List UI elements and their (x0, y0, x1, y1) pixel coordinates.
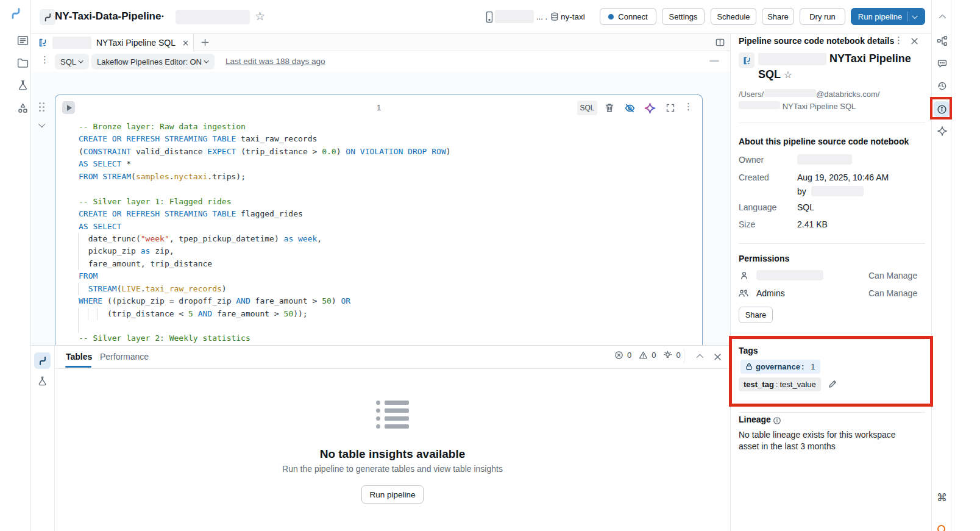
assistant-tab-sparkle-icon[interactable] (936, 125, 948, 137)
code-line[interactable]: FROM (79, 270, 696, 282)
tag-governance-chip[interactable]: governance : 1 (740, 360, 820, 374)
created-label: Created (739, 173, 769, 182)
cell-kebab-menu[interactable]: ⋮ (684, 102, 693, 112)
dry-run-button[interactable]: Dry run (800, 8, 845, 25)
settings-button[interactable]: Settings (662, 8, 705, 25)
code-line[interactable]: pickup_zip as zip, (79, 245, 696, 257)
experiments-flask-icon[interactable] (16, 79, 29, 92)
size-value: 2.41 KB (797, 219, 828, 229)
code-line[interactable]: fare_amount, trip_distance (79, 258, 696, 270)
tab-close-icon[interactable] (182, 39, 190, 47)
page-title[interactable]: NY-Taxi-Data-Pipeline· (55, 10, 165, 23)
code-line[interactable] (79, 183, 696, 195)
last-edit-link[interactable]: Last edit was 188 days ago (225, 57, 325, 66)
tab-notebook-active[interactable]: NYTaxi Pipeline SQL (30, 34, 194, 52)
share-permissions-button[interactable]: Share (739, 307, 773, 323)
cell-language-badge[interactable]: SQL (577, 101, 597, 115)
connect-button[interactable]: Connect (600, 8, 656, 25)
folder-icon[interactable] (16, 57, 29, 69)
details-info-tab-active[interactable] (934, 101, 950, 117)
schedule-button[interactable]: Schedule (711, 8, 756, 25)
code-line[interactable]: (trip_distance < 5 AND fare_amount > 50)… (79, 308, 696, 320)
code-line[interactable]: WHERE ((pickup_zip = dropoff_zip AND far… (79, 295, 696, 307)
notebook-kebab-menu[interactable]: ⋮ (40, 55, 49, 65)
compute-icon[interactable] (485, 11, 494, 23)
catalog-name[interactable]: ny-taxi (561, 12, 585, 21)
details-close-icon[interactable] (910, 37, 918, 45)
version-history-icon[interactable] (936, 80, 948, 91)
created-by-label: by (797, 187, 806, 196)
editor-mode-select[interactable]: Lakeflow Pipelines Editor: ON (91, 54, 215, 69)
code-line[interactable] (79, 320, 696, 332)
details-notebook-icon (739, 52, 755, 68)
run-pipeline-dropdown-icon[interactable] (912, 13, 918, 19)
warning-count-icon (639, 351, 648, 360)
code-line[interactable]: AS SELECT (79, 221, 696, 233)
editor-scrollbar-thumb[interactable] (709, 60, 719, 62)
collapse-rail-chevron-icon[interactable] (937, 13, 946, 21)
tab-tables[interactable]: Tables (66, 352, 92, 362)
close-panel-icon[interactable] (713, 352, 722, 361)
lineage-info-icon[interactable] (772, 416, 781, 425)
suggestion-count: 0 (676, 351, 680, 360)
tag-test-chip[interactable]: test_tag : test_value (739, 377, 821, 391)
assistant-sparkle-icon[interactable] (644, 102, 656, 114)
cell-drag-handle[interactable] (39, 102, 47, 113)
assets-shapes-icon[interactable] (16, 102, 29, 115)
expand-cell-icon[interactable] (665, 102, 676, 113)
cell-language-select[interactable]: SQL (55, 54, 89, 69)
details-kebab-menu[interactable]: ⋮ (894, 36, 903, 45)
code-line[interactable]: CREATE OR REFRESH STREAMING TABLE taxi_r… (79, 133, 696, 145)
share-button-top[interactable]: Share (762, 8, 794, 25)
tab-label: NYTaxi Pipeline SQL (96, 38, 176, 48)
panel-flask-icon[interactable] (36, 375, 49, 388)
collapse-panel-chevron-icon[interactable] (695, 353, 703, 360)
comments-icon[interactable] (936, 57, 948, 69)
code-line[interactable]: -- Silver layer 2: Weekly statistics (79, 332, 696, 344)
redacted-created-by (811, 186, 864, 196)
run-pipeline-empty-button[interactable]: Run pipeline (361, 485, 424, 504)
error-count: 0 (627, 351, 631, 360)
run-pipeline-button[interactable]: Run pipeline (851, 8, 925, 25)
code-line[interactable]: (CONSTRAINT valid_distance EXPECT (trip_… (79, 146, 696, 158)
help-orange-icon[interactable] (937, 525, 945, 531)
permission-role-2: Can Manage (868, 288, 917, 298)
cell-language-value: SQL (60, 57, 76, 66)
code-line[interactable]: date_trunc("week", tpep_pickup_datetime)… (79, 233, 696, 245)
catalog-database-icon (550, 12, 559, 21)
permissions-heading: Permissions (739, 254, 789, 263)
new-tab-button[interactable] (200, 37, 210, 48)
tag1-separator: : (801, 362, 804, 371)
redacted-owner-value (797, 154, 852, 165)
group-icon (737, 288, 749, 298)
diagnostics-counters[interactable]: 0 0 0 (614, 351, 681, 360)
error-count-icon (614, 351, 623, 360)
lineage-graph-icon[interactable] (936, 35, 948, 46)
split-view-icon[interactable] (714, 37, 725, 48)
code-line[interactable]: FROM STREAM(samples.nyctaxi.trips); (79, 171, 696, 183)
connect-label: Connect (618, 12, 647, 21)
code-line[interactable]: -- Silver layer 1: Flagged rides (79, 196, 696, 208)
code-line[interactable]: AS SELECT * (79, 158, 696, 170)
path-tail: NYTaxi Pipeline SQL (783, 102, 856, 111)
panel-pipeline-tab-active[interactable] (34, 352, 51, 369)
tab-performance[interactable]: Performance (100, 352, 149, 362)
size-label: Size (739, 219, 755, 229)
details-star-icon[interactable]: ☆ (784, 69, 792, 80)
code-line[interactable]: CREATE OR REFRESH STREAMING TABLE flagge… (79, 208, 696, 220)
edit-tags-pencil-icon[interactable] (827, 379, 837, 389)
cell-collapse-chevron-icon[interactable] (38, 121, 47, 129)
delete-cell-trash-icon[interactable] (604, 102, 615, 114)
pipelines-logo-icon[interactable] (9, 7, 23, 20)
hide-result-eye-off-icon[interactable] (623, 102, 636, 114)
code-cell[interactable]: 1 SQL ⋮ -- Bronze layer: Raw data ingest… (55, 94, 703, 345)
path-prefix: /Users/ (739, 90, 764, 99)
left-sidebar-rail (0, 0, 31, 531)
lineage-heading: Lineage (739, 415, 771, 424)
favorite-star-icon[interactable]: ☆ (255, 9, 265, 23)
code-line[interactable]: STREAM(LIVE.taxi_raw_records) (79, 283, 696, 295)
command-palette-icon[interactable]: ⌘ (937, 491, 947, 504)
code-line[interactable]: -- Bronze layer: Raw data ingestion (79, 121, 696, 133)
notebooks-list-icon[interactable] (16, 34, 29, 47)
code-lines[interactable]: -- Bronze layer: Raw data ingestionCREAT… (79, 121, 696, 345)
